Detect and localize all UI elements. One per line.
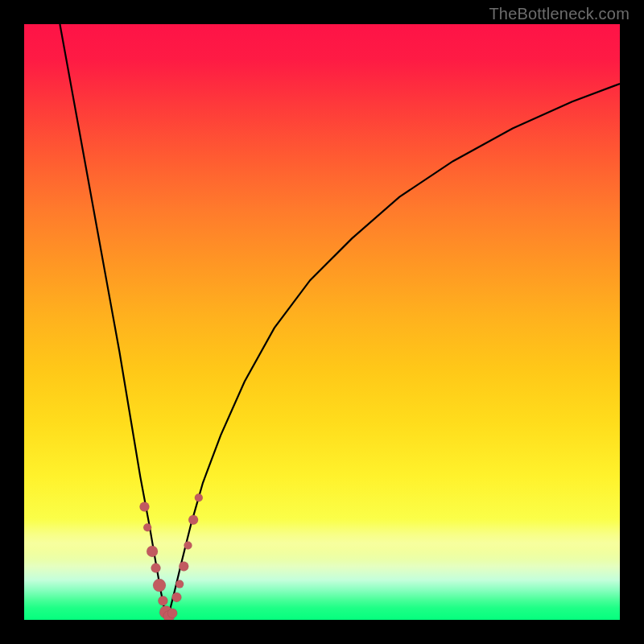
plot-area (24, 24, 620, 620)
marker-dot (153, 579, 166, 592)
curve-layer (24, 24, 620, 620)
marker-dot (167, 609, 177, 618)
marker-dot (188, 515, 198, 525)
curve-right-branch (167, 84, 620, 620)
marker-dot (179, 561, 188, 571)
marker-dot (175, 580, 184, 588)
marker-dot (158, 596, 167, 605)
marker-dot (147, 546, 158, 557)
marker-group (139, 493, 202, 620)
chart-frame: TheBottleneck.com (0, 0, 644, 644)
marker-dot (143, 523, 151, 531)
marker-dot (171, 592, 181, 602)
watermark-text: TheBottleneck.com (489, 5, 630, 23)
curve-left-branch (60, 24, 167, 620)
marker-dot (184, 542, 192, 550)
curve-paths (60, 24, 620, 620)
marker-dot (195, 493, 203, 502)
marker-dot (151, 564, 161, 573)
marker-dot (139, 502, 149, 511)
